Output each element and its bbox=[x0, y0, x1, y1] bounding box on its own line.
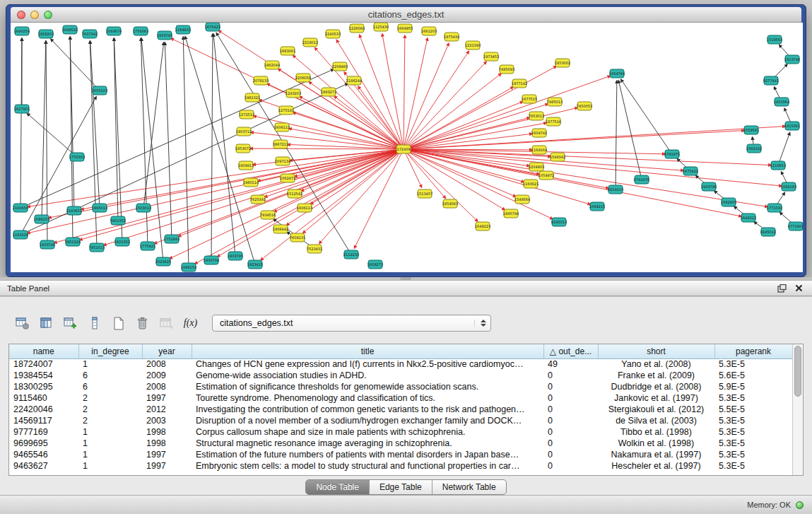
graph-node[interactable]: 1519563 bbox=[767, 35, 782, 44]
import-table-icon[interactable] bbox=[157, 314, 176, 332]
new-column-icon[interactable] bbox=[61, 314, 80, 332]
graph-node[interactable]: 1054972 bbox=[539, 171, 554, 180]
graph-node[interactable]: 1415361 bbox=[784, 122, 800, 130]
graph-node[interactable]: 1453364 bbox=[774, 98, 789, 106]
table-row[interactable]: 1872400712008Changes of HCN gene express… bbox=[9, 358, 792, 370]
graph-node[interactable]: 1216853 bbox=[770, 161, 786, 170]
table-selector-dropdown[interactable]: citations_edges.txt bbox=[212, 315, 491, 332]
graph-node[interactable]: 1243203 bbox=[286, 89, 301, 98]
graph-node[interactable]: 1909913 bbox=[238, 161, 254, 170]
window-minimize-button[interactable] bbox=[30, 11, 39, 19]
graph-node[interactable]: 1758363 bbox=[133, 27, 148, 35]
graph-node[interactable]: 3867211 bbox=[273, 140, 288, 148]
graph-node[interactable]: 1503013 bbox=[136, 204, 151, 212]
table-row[interactable]: 1456911722003Disruption of a novel membe… bbox=[9, 415, 792, 426]
graph-node[interactable]: 2186244 bbox=[346, 76, 362, 85]
table-row[interactable]: 977716911998Corpus callosum shape and si… bbox=[9, 426, 792, 438]
graph-node[interactable]: 1853072 bbox=[235, 144, 251, 153]
graph-node[interactable]: 172409 bbox=[396, 145, 411, 153]
tab-network-table[interactable]: Network Table bbox=[433, 480, 506, 494]
graph-node[interactable]: 2078133 bbox=[253, 76, 269, 85]
graph-node[interactable]: 1975434 bbox=[444, 33, 459, 41]
graph-node[interactable]: 2112233 bbox=[343, 250, 359, 259]
graph-node[interactable]: 1086154 bbox=[181, 263, 196, 271]
graph-node[interactable]: 1082183 bbox=[781, 182, 796, 191]
graph-node[interactable]: 2023625 bbox=[155, 257, 171, 266]
graph-node[interactable]: 6791975 bbox=[664, 150, 680, 158]
close-panel-icon[interactable] bbox=[792, 283, 805, 294]
graph-node[interactable]: 9245012 bbox=[760, 228, 776, 236]
graph-node[interactable]: 1086153 bbox=[34, 215, 49, 223]
graph-node[interactable]: 9277441 bbox=[763, 76, 779, 85]
graph-node[interactable]: 1648223 bbox=[475, 222, 490, 230]
graph-node[interactable]: 7853013 bbox=[529, 112, 544, 120]
table-row[interactable]: 911546021997Tourette syndrome. Phenomeno… bbox=[9, 392, 792, 404]
graph-node[interactable]: 2055103 bbox=[92, 86, 107, 95]
graph-node[interactable]: 1775421 bbox=[140, 242, 155, 250]
graph-node[interactable]: 1995013 bbox=[92, 204, 107, 212]
graph-node[interactable]: 1973453 bbox=[483, 52, 499, 61]
graph-node[interactable]: 1092455 bbox=[721, 198, 736, 206]
graph-node[interactable]: 1933795 bbox=[228, 252, 243, 260]
graph-node[interactable]: 2204903 bbox=[529, 163, 544, 171]
graph-node[interactable]: 7485013 bbox=[547, 98, 563, 106]
graph-node[interactable]: 1755303 bbox=[69, 153, 85, 161]
graph-node[interactable]: 1933746 bbox=[40, 240, 55, 249]
graph-node[interactable]: 1601352 bbox=[114, 238, 130, 246]
graph-node[interactable]: 2160650 bbox=[13, 204, 28, 212]
column-header[interactable]: title bbox=[192, 344, 543, 358]
graph-node[interactable]: 1093674 bbox=[106, 27, 122, 35]
network-graph-canvas[interactable]: 1724091883061186204420781331981321127251… bbox=[11, 23, 803, 272]
graph-node[interactable]: 1549342 bbox=[550, 153, 565, 161]
graph-node[interactable]: 1606112 bbox=[274, 123, 290, 132]
delete-table-icon[interactable] bbox=[133, 314, 152, 332]
graph-node[interactable]: 2240533 bbox=[325, 30, 341, 38]
column-header[interactable]: year bbox=[142, 344, 192, 358]
table-scrollbar[interactable] bbox=[792, 344, 803, 475]
graph-node[interactable]: 1513457 bbox=[417, 189, 433, 198]
graph-node[interactable]: 2097134 bbox=[275, 157, 290, 165]
graph-node[interactable]: 2206058 bbox=[295, 74, 311, 82]
graph-node[interactable]: 2208460 bbox=[332, 62, 348, 71]
graph-node[interactable]: 1648522 bbox=[62, 25, 78, 34]
graph-node[interactable]: 7450053 bbox=[577, 102, 592, 110]
graph-node[interactable]: 1933745 bbox=[157, 31, 172, 40]
graph-node[interactable]: 1903712 bbox=[236, 127, 252, 136]
window-zoom-button[interactable] bbox=[44, 11, 52, 19]
graph-node[interactable]: 1661203 bbox=[421, 27, 437, 35]
graph-node[interactable]: 1675421 bbox=[205, 23, 220, 31]
column-header[interactable]: pagerank bbox=[714, 344, 792, 358]
function-builder-icon[interactable]: f(x) bbox=[181, 314, 200, 332]
graph-node[interactable]: 1125430 bbox=[373, 23, 389, 31]
graph-node[interactable]: 1933796 bbox=[701, 182, 717, 191]
graph-node[interactable]: 1664784 bbox=[609, 69, 625, 78]
graph-node[interactable]: 1923415 bbox=[247, 260, 263, 269]
graph-node[interactable]: 1275141 bbox=[278, 106, 294, 115]
graph-node[interactable]: 1858203 bbox=[38, 30, 54, 38]
graph-node[interactable]: 1980114 bbox=[243, 178, 259, 187]
graph-node[interactable]: 1895794 bbox=[503, 209, 519, 218]
graph-node[interactable]: 7609131 bbox=[290, 233, 305, 242]
graph-node[interactable]: 1609273 bbox=[367, 260, 383, 269]
table-row[interactable]: 946362711997Embryonic stem cells: a mode… bbox=[9, 460, 792, 472]
graph-node[interactable]: 5901352 bbox=[110, 216, 126, 225]
graph-node[interactable]: 1906442 bbox=[273, 225, 288, 233]
graph-node[interactable]: 1183329 bbox=[13, 230, 28, 239]
graph-node[interactable]: 1226084 bbox=[349, 24, 365, 33]
table-row[interactable]: 969969511998Structural magnetic resonanc… bbox=[9, 438, 792, 449]
graph-node[interactable]: 1877516 bbox=[546, 117, 561, 126]
column-header[interactable]: in_degree bbox=[78, 344, 142, 358]
graph-node[interactable]: 7523431 bbox=[307, 245, 322, 253]
graph-node[interactable]: 1094215 bbox=[589, 202, 605, 211]
graph-node[interactable]: 1164164 bbox=[531, 146, 547, 154]
delete-column-icon[interactable] bbox=[85, 314, 104, 332]
graph-node[interactable]: 1675422 bbox=[683, 167, 698, 175]
column-header[interactable]: short bbox=[598, 344, 714, 358]
graph-node[interactable]: 7485093 bbox=[499, 65, 514, 74]
graph-node[interactable]: 6791976 bbox=[634, 175, 649, 184]
graph-node[interactable]: 1664955 bbox=[397, 24, 413, 33]
graph-node[interactable]: 2160651 bbox=[66, 206, 82, 215]
graph-node[interactable]: 7851013 bbox=[89, 243, 105, 252]
graph-node[interactable]: 1853002 bbox=[555, 59, 570, 67]
graph-node[interactable]: 1640254 bbox=[14, 27, 30, 35]
